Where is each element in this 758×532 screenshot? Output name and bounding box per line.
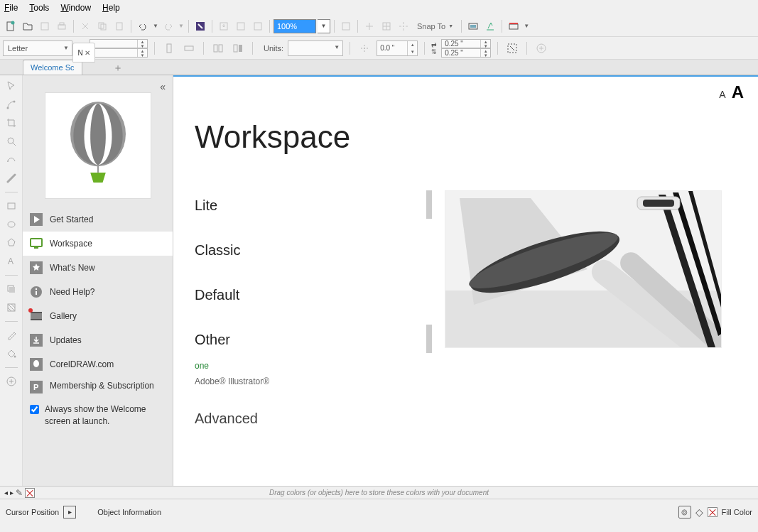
workspace-option-illustrator[interactable]: Adobe® Illustrator® <box>195 376 422 386</box>
sidebar-item-gallery[interactable]: Gallery <box>23 304 173 328</box>
export-button[interactable] <box>233 18 249 34</box>
document-palette[interactable]: ◂ ▸ ✎ Drag colors (or objects) here to s… <box>0 486 758 499</box>
search-content-button[interactable] <box>193 18 208 34</box>
fill-tool[interactable] <box>4 346 19 362</box>
polygon-tool[interactable] <box>4 235 19 251</box>
fullscreen-button[interactable] <box>338 18 354 34</box>
proof-colors-icon[interactable]: ◎ <box>678 506 691 519</box>
all-pages-button[interactable] <box>210 40 226 56</box>
sidebar-item-coreldraw-com[interactable]: CorelDRAW.com <box>23 352 173 376</box>
dup-x-field[interactable]: 0.25 "▲▼ <box>441 39 491 48</box>
page-size-select[interactable]: Letter ▼ <box>3 40 72 56</box>
pick-tool[interactable] <box>4 78 19 94</box>
redo-dropdown[interactable]: ▼ <box>178 18 185 34</box>
fill-indicator-icon[interactable]: ◇ <box>695 506 703 518</box>
eyedropper-tool[interactable] <box>4 327 19 343</box>
launch-button[interactable] <box>482 18 498 34</box>
menu-help[interactable]: Help <box>102 3 120 13</box>
treat-as-filled-button[interactable] <box>504 40 520 56</box>
current-page-button[interactable] <box>230 40 246 56</box>
object-info-label: Object Information <box>97 508 161 516</box>
menu-window[interactable]: Window <box>60 3 91 13</box>
fill-none-swatch[interactable] <box>708 507 718 517</box>
units-select[interactable]: ▼ <box>288 40 343 56</box>
zoom-field[interactable]: 100% <box>274 19 316 33</box>
undo-button[interactable] <box>135 18 151 34</box>
new-doc-button[interactable] <box>3 18 18 34</box>
collapse-sidebar-button[interactable]: « <box>160 81 166 92</box>
menu-tools[interactable]: Tools <box>29 3 49 13</box>
shape-tool[interactable] <box>4 97 19 112</box>
menu-file[interactable]: File <box>4 3 18 13</box>
svg-rect-20 <box>185 46 193 50</box>
options-button[interactable] <box>465 18 481 34</box>
open-button[interactable] <box>20 18 36 34</box>
svg-rect-7 <box>117 23 122 30</box>
rectangle-tool[interactable] <box>4 198 19 214</box>
freehand-tool[interactable] <box>4 152 19 168</box>
main-toolbar: ▼ ▼ 100% ▼ Snap To▼ ▼ <box>0 16 758 37</box>
sidebar-item-updates[interactable]: Updates <box>23 328 173 352</box>
tab-add-button[interactable]: ＋ <box>111 62 125 75</box>
svg-rect-23 <box>234 45 237 52</box>
dropshadow-tool[interactable] <box>4 281 19 297</box>
paste-button[interactable] <box>112 18 127 34</box>
zoom-dropdown[interactable]: ▼ <box>318 19 330 33</box>
copy-button[interactable] <box>94 18 110 34</box>
sidebar-item-label: CorelDRAW.com <box>50 359 114 369</box>
cut-button[interactable] <box>77 18 93 34</box>
welcome-checkbox-input[interactable] <box>30 405 39 414</box>
artistic-media-tool[interactable] <box>4 170 19 186</box>
dup-y-field[interactable]: 0.25 "▲▼ <box>441 48 491 58</box>
eyedropper-icon[interactable]: ✎ <box>16 488 23 498</box>
rulers-button[interactable] <box>362 18 377 34</box>
cursor-position-toggle[interactable]: ▸ <box>63 506 76 519</box>
fill-color-label: Fill Color <box>722 508 752 516</box>
sidebar-item-membership[interactable]: P Membership & Subscription <box>23 376 173 398</box>
sidebar-item-workspace[interactable]: Workspace <box>23 232 173 256</box>
workspace-option-one[interactable]: one <box>195 361 422 371</box>
ellipse-tool[interactable] <box>4 217 19 232</box>
publish-pdf-button[interactable] <box>250 18 266 34</box>
page-height-field[interactable]: ▲▼ <box>90 48 148 58</box>
redo-button[interactable] <box>161 18 176 34</box>
import-button[interactable] <box>216 18 232 34</box>
save-button[interactable] <box>37 18 53 34</box>
svg-rect-12 <box>342 23 350 30</box>
always-show-welcome-checkbox[interactable]: Always show the Welcome screen at launch… <box>23 398 173 433</box>
palette-prev[interactable]: ◂ <box>4 489 8 496</box>
svg-point-38 <box>13 356 16 358</box>
svg-text:P: P <box>33 383 38 391</box>
workspace-option-classic[interactable]: Classic <box>195 235 422 266</box>
workspace-option-lite[interactable]: Lite <box>195 190 422 221</box>
font-size-small-button[interactable]: A <box>719 89 725 100</box>
status-bar: Cursor Position ▸ Object Information ◎ ◇… <box>0 499 758 524</box>
doc-tab-close[interactable]: N ✕ <box>72 43 95 63</box>
undo-dropdown[interactable]: ▼ <box>152 18 159 34</box>
workspace-option-default[interactable]: Default <box>195 280 422 310</box>
snap-to-dropdown[interactable]: Snap To▼ <box>413 22 457 31</box>
font-size-large-button[interactable]: A <box>732 82 744 102</box>
menu-bar: File Tools Window Help <box>0 0 758 16</box>
no-color-swatch[interactable] <box>25 488 35 498</box>
page-width-field[interactable]: ▲▼ <box>90 39 148 48</box>
portrait-button[interactable] <box>161 40 177 56</box>
transparency-tool[interactable] <box>4 300 19 315</box>
app-launcher-dropdown[interactable]: ▼ <box>523 18 530 34</box>
quick-customize-button[interactable] <box>534 40 549 56</box>
grid-button[interactable] <box>379 18 394 34</box>
zoom-tool[interactable] <box>4 134 19 149</box>
sidebar-item-need-help[interactable]: Need Help? <box>23 280 173 304</box>
landscape-button[interactable] <box>181 40 197 56</box>
palette-next[interactable]: ▸ <box>10 489 13 496</box>
crop-tool[interactable] <box>4 115 19 131</box>
guidelines-button[interactable] <box>396 18 411 34</box>
sidebar-item-whats-new[interactable]: What's New <box>23 256 173 280</box>
print-button[interactable] <box>54 18 70 34</box>
nudge-distance-field[interactable]: 0.0 " ▲▼ <box>377 40 418 56</box>
customize-toolbox-button[interactable] <box>4 374 19 389</box>
svg-rect-3 <box>58 25 65 29</box>
text-tool[interactable]: A <box>4 254 19 269</box>
app-launcher-button[interactable] <box>506 18 521 34</box>
sidebar-item-get-started[interactable]: Get Started <box>23 207 173 232</box>
